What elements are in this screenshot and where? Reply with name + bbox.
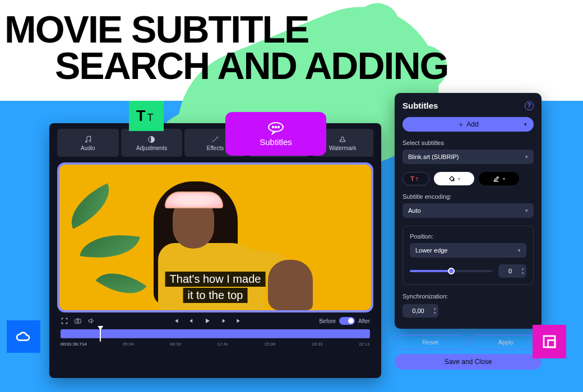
contrast-icon — [147, 135, 156, 144]
before-after-toggle[interactable]: Before After — [319, 317, 370, 325]
svg-rect-9 — [544, 336, 555, 347]
save-close-button[interactable]: Save and Close — [395, 354, 542, 370]
stepper-down-icon[interactable]: ▾ — [522, 271, 524, 276]
playhead[interactable] — [98, 326, 103, 342]
wand-icon — [211, 135, 220, 144]
svg-rect-3 — [75, 319, 81, 323]
fullscreen-icon[interactable] — [61, 317, 68, 325]
subtitle-file-select[interactable]: Blink.srt (SUBRIP)▾ — [402, 150, 534, 164]
music-icon — [84, 135, 92, 144]
position-select[interactable]: Lower edge▾ — [410, 243, 526, 258]
layout-icon — [541, 333, 558, 350]
select-subtitles-label: Select subtitles — [402, 139, 534, 146]
headline-line-2: SEARCH AND ADDING — [55, 48, 448, 84]
panel-buttons: Reset Apply Save and Close — [395, 335, 542, 370]
svg-point-1 — [89, 140, 91, 142]
svg-point-12 — [272, 126, 274, 127]
editor-toolbar: Audio Adjustments Effects Subtitles Wate… — [49, 123, 381, 157]
page-headline: MOVIE SUBTITLE SEARCH AND ADDING — [4, 11, 448, 83]
text-tool-badge: TT — [129, 101, 164, 131]
encoding-select[interactable]: Auto▾ — [402, 203, 534, 218]
svg-text:T: T — [410, 175, 414, 182]
position-slider[interactable] — [410, 270, 493, 272]
video-editor-window: Audio Adjustments Effects Subtitles Wate… — [49, 123, 381, 378]
layout-badge — [533, 325, 566, 358]
stepper-up-icon[interactable]: ▴ — [522, 267, 524, 271]
pencil-icon — [493, 175, 501, 183]
svg-point-14 — [278, 126, 279, 127]
outline-color-button[interactable]: ▾ — [479, 172, 519, 185]
help-icon[interactable]: ? — [525, 101, 534, 110]
video-preview[interactable]: That's how I made it to the top — [57, 162, 373, 312]
subtitles-panel: Subtitles ? ＋ Add Select subtitles Blink… — [395, 93, 542, 329]
play-icon[interactable] — [203, 317, 211, 325]
svg-rect-10 — [548, 340, 556, 348]
stamp-icon — [338, 135, 347, 144]
svg-point-0 — [85, 141, 87, 142]
svg-text:T: T — [136, 108, 146, 124]
sync-input[interactable]: 0,00 ▴▾ — [402, 304, 438, 318]
cloud-badge — [7, 320, 40, 353]
tab-adjustments[interactable]: Adjustments — [121, 129, 183, 157]
speech-icon — [267, 122, 285, 135]
add-subtitle-button[interactable]: ＋ Add — [402, 117, 534, 132]
tab-audio[interactable]: Audio — [57, 129, 119, 157]
font-style-button[interactable]: TT — [402, 172, 429, 185]
camera-icon[interactable] — [74, 317, 82, 325]
text-icon: TT — [136, 108, 156, 124]
frame-fwd-icon[interactable] — [219, 317, 227, 325]
stepper-up-icon[interactable]: ▴ — [434, 306, 436, 311]
encoding-label: Subtitle encoding: — [402, 193, 534, 200]
volume-icon[interactable] — [87, 317, 95, 325]
skip-start-icon[interactable] — [172, 317, 180, 325]
apply-button[interactable]: Apply — [470, 335, 542, 349]
text-icon: TT — [410, 175, 422, 183]
fill-color-button[interactable]: ▾ — [434, 172, 474, 185]
subtitle-overlay: That's how I made it to the top — [165, 271, 266, 304]
panel-title: Subtitles — [402, 101, 438, 110]
bucket-icon — [448, 175, 456, 183]
svg-text:T: T — [147, 112, 154, 123]
svg-text:T: T — [415, 176, 418, 182]
cloud-icon — [15, 330, 33, 343]
headline-line-1: MOVIE SUBTITLE — [4, 11, 448, 48]
sync-label: Synchronization: — [402, 293, 534, 300]
position-offset-input[interactable]: 0 ▴▾ — [498, 264, 526, 278]
frame-back-icon[interactable] — [188, 317, 196, 325]
subtitles-badge: Subtitles — [225, 112, 326, 156]
reset-button[interactable]: Reset — [395, 335, 466, 349]
timeline[interactable]: 00:01:30.714 05:04 08:30 12:41 15:00 18:… — [49, 329, 381, 352]
position-label: Position: — [410, 233, 526, 240]
timeline-ticks: 00:01:30.714 05:04 08:30 12:41 15:00 18:… — [61, 342, 370, 347]
stepper-down-icon[interactable]: ▾ — [434, 311, 436, 315]
svg-point-4 — [77, 320, 79, 323]
skip-end-icon[interactable] — [235, 317, 243, 325]
svg-point-13 — [275, 126, 276, 127]
